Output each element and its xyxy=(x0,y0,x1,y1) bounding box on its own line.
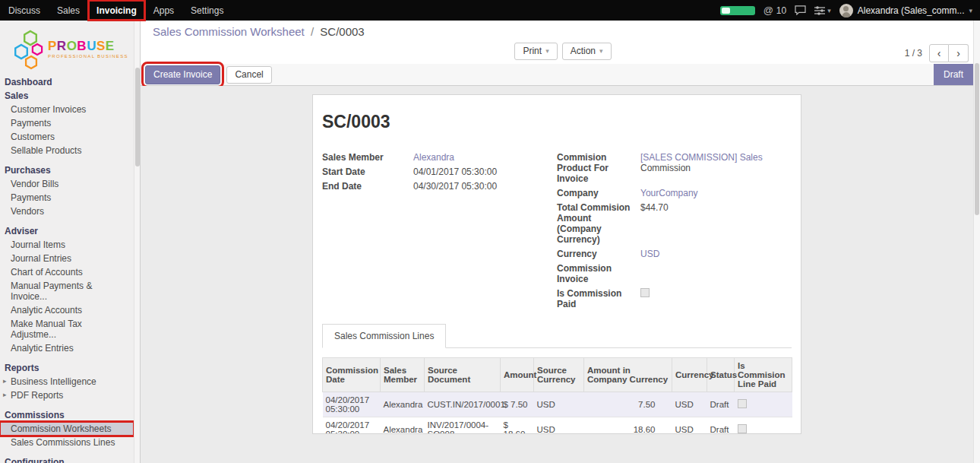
topbar-right: @ 10 ▾ Alexandra (Sales_comm... ▾ xyxy=(720,0,980,21)
pager-previous-button[interactable]: ‹ xyxy=(929,44,949,62)
logo-text: PROBUSE PROFESSIONAL BUSINESS xyxy=(48,40,128,59)
sidebar-item-dashboard[interactable]: Dashboard xyxy=(0,75,140,89)
sidebar-section-adviser[interactable]: Adviser xyxy=(0,224,140,238)
sidebar-item-manual-payments-invoice[interactable]: Manual Payments & Invoice... xyxy=(0,279,134,303)
chevron-right-icon: ▸ xyxy=(3,377,7,385)
col-header[interactable]: Sales Member xyxy=(381,358,425,392)
field-column-left: Sales MemberAlexandra Start Date04/01/20… xyxy=(322,152,557,313)
sidebar-item-journal-items[interactable]: Journal Items xyxy=(0,238,134,252)
sidebar-item-pdf-reports[interactable]: ▸PDF Reports xyxy=(0,388,134,402)
table-header-row: Commission Date Sales Member Source Docu… xyxy=(323,358,792,392)
activity-count: 10 xyxy=(776,5,786,16)
topmenu-settings[interactable]: Settings xyxy=(182,0,232,21)
line-paid-checkbox xyxy=(738,399,747,408)
sidebar-scrollbar-thumb[interactable] xyxy=(135,68,140,166)
pager-text: 1 / 3 xyxy=(905,48,922,59)
sidebar-item-sales-commissions-lines[interactable]: Sales Commissions Lines xyxy=(0,436,134,449)
sidebar-item-make-manual-tax-adjustment[interactable]: Make Manual Tax Adjustme... xyxy=(0,317,134,341)
caret-down-icon: ▾ xyxy=(599,46,603,57)
print-button[interactable]: Print▾ xyxy=(514,43,557,60)
sidebar-section-sales[interactable]: Sales xyxy=(0,89,140,103)
action-button[interactable]: Action▾ xyxy=(562,43,612,60)
sidebar-item-journal-entries[interactable]: Journal Entries xyxy=(0,252,134,265)
end-date-value: 04/30/2017 05:30:00 xyxy=(413,181,557,192)
col-header[interactable]: Amount xyxy=(501,358,534,392)
sidebar-item-customer-invoices[interactable]: Customer Invoices xyxy=(0,103,134,116)
sidebar-section-configuration[interactable]: Configuration xyxy=(0,455,140,463)
topmenu-sales[interactable]: Sales xyxy=(49,0,88,21)
col-header[interactable]: Source Document xyxy=(425,358,501,392)
field-label: Commission Invoice xyxy=(557,263,640,284)
is-commission-paid-checkbox xyxy=(640,288,650,297)
main-scrollbar[interactable] xyxy=(973,21,980,463)
sidebar-item-sellable-products[interactable]: Sellable Products xyxy=(0,144,134,157)
sidebar-item-commission-worksheets[interactable]: Commission Worksheets xyxy=(0,422,134,436)
sidebar-item-chart-of-accounts[interactable]: Chart of Accounts xyxy=(0,265,134,279)
tab-sales-commission-lines[interactable]: Sales Commission Lines xyxy=(322,324,446,348)
messages-icon[interactable] xyxy=(795,5,806,15)
pager-next-button[interactable]: › xyxy=(949,44,969,62)
record-title: SC/0003 xyxy=(322,112,792,132)
form-area: SC/0003 Sales MemberAlexandra Start Date… xyxy=(141,86,973,463)
activity-counter[interactable]: @ 10 xyxy=(763,5,787,16)
commission-product-rest: Commission xyxy=(640,163,691,173)
avatar xyxy=(839,4,853,17)
table-row[interactable]: 04/20/2017 05:30:00 Alexandra INV/2017/0… xyxy=(323,417,792,435)
notebook-tabs: Sales Commission Lines xyxy=(322,324,792,348)
sidebar-item-analytic-accounts[interactable]: Analytic Accounts xyxy=(0,303,134,317)
breadcrumb: Sales Commission Worksheet / SC/0003 xyxy=(153,25,973,40)
field-label: Company xyxy=(557,188,640,198)
col-header[interactable]: Source Currency xyxy=(534,358,584,392)
debug-menu-icon[interactable]: ▾ xyxy=(814,6,831,15)
brand-tagline: PROFESSIONAL BUSINESS xyxy=(48,54,128,59)
sidebar-scrollbar[interactable] xyxy=(134,21,140,463)
brand-name: PROBUSE xyxy=(48,40,128,52)
sidebar-section-purchases[interactable]: Purchases xyxy=(0,163,140,177)
sidebar-item-vendor-bills[interactable]: Vendor Bills xyxy=(0,177,134,191)
field-label: End Date xyxy=(322,181,413,192)
main-content: Sales Commission Worksheet / SC/0003 Pri… xyxy=(141,21,973,463)
total-commission-amount-value: $44.70 xyxy=(640,202,792,245)
sales-member-link[interactable]: Alexandra xyxy=(413,152,454,163)
cancel-button[interactable]: Cancel xyxy=(226,66,271,84)
commission-product-link[interactable]: [SALES COMMISSION] Sales xyxy=(640,152,763,163)
topmenu-discuss[interactable]: Discuss xyxy=(0,0,49,21)
field-label: Start Date xyxy=(322,166,413,177)
sidebar-item-vendors[interactable]: Vendors xyxy=(0,205,134,218)
create-invoice-button[interactable]: Create Invoice xyxy=(145,65,220,84)
field-label: Currency xyxy=(557,249,640,259)
col-header[interactable]: Is Commision Line Paid xyxy=(735,358,792,392)
table-row[interactable]: 04/20/2017 05:30:00 Alexandra CUST.IN/20… xyxy=(323,392,792,417)
commission-invoice-value xyxy=(640,263,792,284)
breadcrumb-parent-link[interactable]: Sales Commission Worksheet xyxy=(153,25,305,38)
col-header[interactable]: Amount in Company Currency xyxy=(584,358,672,392)
company-link[interactable]: YourCompany xyxy=(640,188,698,198)
breadcrumb-current: SC/0003 xyxy=(320,25,364,38)
sidebar-item-customers[interactable]: Customers xyxy=(0,130,134,144)
sidebar-section-commissions[interactable]: Commissions xyxy=(0,408,140,422)
sidebar-item-analytic-entries[interactable]: Analytic Entries xyxy=(0,341,134,355)
caret-down-icon: ▾ xyxy=(969,7,972,14)
user-menu[interactable]: Alexandra (Sales_comm... ▾ xyxy=(839,4,972,17)
logo-hexagons-icon xyxy=(12,29,44,70)
field-label: Is Commission Paid xyxy=(557,288,640,309)
col-header[interactable]: Status xyxy=(707,358,735,392)
progress-pill-icon[interactable] xyxy=(720,6,755,15)
sidebar-item-payments-purchases[interactable]: Payments xyxy=(0,191,134,205)
sidebar-section-reports[interactable]: Reports xyxy=(0,361,140,375)
control-panel: Sales Commission Worksheet / SC/0003 Pri… xyxy=(141,21,973,64)
sidebar-item-business-intelligence[interactable]: ▸Business Intelligence xyxy=(0,375,134,388)
col-header[interactable]: Commission Date xyxy=(323,358,381,392)
sidebar-item-payments-sales[interactable]: Payments xyxy=(0,116,134,130)
field-label: Commision Product For Invoice xyxy=(557,152,640,184)
caret-down-icon: ▾ xyxy=(827,7,831,14)
main-scrollbar-thumb[interactable] xyxy=(975,63,979,215)
currency-link[interactable]: USD xyxy=(640,249,659,259)
topmenu-invoicing[interactable]: Invoicing xyxy=(88,0,145,21)
status-badge: Draft xyxy=(934,64,973,85)
topmenu-apps[interactable]: Apps xyxy=(145,0,182,21)
col-header[interactable]: Currency xyxy=(672,358,707,392)
toolbar: Print▾ Action▾ xyxy=(153,43,973,60)
breadcrumb-separator: / xyxy=(311,25,314,38)
sidebar: PROBUSE PROFESSIONAL BUSINESS Dashboard … xyxy=(0,21,141,463)
